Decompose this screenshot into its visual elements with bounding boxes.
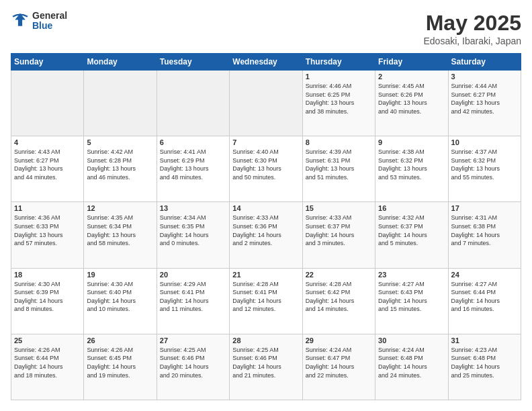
calendar-week-2: 4Sunrise: 4:43 AM Sunset: 6:27 PM Daylig… xyxy=(11,136,521,202)
day-info: Sunrise: 4:33 AM Sunset: 6:36 PM Dayligh… xyxy=(232,214,299,247)
calendar-cell xyxy=(84,71,157,136)
calendar-cell: 22Sunrise: 4:28 AM Sunset: 6:42 PM Dayli… xyxy=(302,268,375,334)
day-number: 5 xyxy=(87,138,153,146)
day-number: 14 xyxy=(232,204,299,212)
calendar-cell: 18Sunrise: 4:30 AM Sunset: 6:39 PM Dayli… xyxy=(11,268,84,334)
header: General Blue May 2025 Edosaki, Ibaraki, … xyxy=(11,11,521,46)
day-info: Sunrise: 4:35 AM Sunset: 6:34 PM Dayligh… xyxy=(87,214,153,247)
day-number: 22 xyxy=(306,271,372,279)
logo-icon xyxy=(11,11,30,30)
day-info: Sunrise: 4:28 AM Sunset: 6:42 PM Dayligh… xyxy=(306,280,372,314)
day-number: 2 xyxy=(378,73,445,81)
day-info: Sunrise: 4:26 AM Sunset: 6:44 PM Dayligh… xyxy=(14,346,81,379)
calendar-cell: 2Sunrise: 4:45 AM Sunset: 6:26 PM Daylig… xyxy=(375,71,448,136)
col-header-wednesday: Wednesday xyxy=(230,54,302,71)
calendar-cell: 11Sunrise: 4:36 AM Sunset: 6:33 PM Dayli… xyxy=(11,202,84,268)
calendar-cell: 21Sunrise: 4:28 AM Sunset: 6:41 PM Dayli… xyxy=(230,268,302,334)
day-info: Sunrise: 4:36 AM Sunset: 6:33 PM Dayligh… xyxy=(14,214,81,247)
day-info: Sunrise: 4:44 AM Sunset: 6:27 PM Dayligh… xyxy=(451,82,518,116)
calendar-cell: 30Sunrise: 4:24 AM Sunset: 6:48 PM Dayli… xyxy=(375,334,448,400)
day-info: Sunrise: 4:32 AM Sunset: 6:37 PM Dayligh… xyxy=(378,214,445,247)
calendar-cell xyxy=(157,71,229,136)
logo-general-text: General xyxy=(32,11,67,21)
calendar-cell: 13Sunrise: 4:34 AM Sunset: 6:35 PM Dayli… xyxy=(157,202,229,268)
calendar-cell: 5Sunrise: 4:42 AM Sunset: 6:28 PM Daylig… xyxy=(84,136,157,202)
col-header-thursday: Thursday xyxy=(302,54,375,71)
calendar-week-5: 25Sunrise: 4:26 AM Sunset: 6:44 PM Dayli… xyxy=(11,334,521,400)
day-info: Sunrise: 4:46 AM Sunset: 6:25 PM Dayligh… xyxy=(306,82,372,116)
col-header-friday: Friday xyxy=(375,54,448,71)
day-info: Sunrise: 4:39 AM Sunset: 6:31 PM Dayligh… xyxy=(306,148,372,181)
day-info: Sunrise: 4:29 AM Sunset: 6:41 PM Dayligh… xyxy=(160,280,226,314)
calendar-cell: 16Sunrise: 4:32 AM Sunset: 6:37 PM Dayli… xyxy=(375,202,448,268)
day-number: 16 xyxy=(378,204,445,212)
calendar-cell xyxy=(230,71,302,136)
day-info: Sunrise: 4:27 AM Sunset: 6:43 PM Dayligh… xyxy=(378,280,445,314)
day-info: Sunrise: 4:45 AM Sunset: 6:26 PM Dayligh… xyxy=(378,82,445,116)
calendar-cell: 14Sunrise: 4:33 AM Sunset: 6:36 PM Dayli… xyxy=(230,202,302,268)
calendar-cell: 27Sunrise: 4:25 AM Sunset: 6:46 PM Dayli… xyxy=(157,334,229,400)
day-number: 1 xyxy=(306,73,372,81)
col-header-sunday: Sunday xyxy=(11,54,84,71)
col-header-saturday: Saturday xyxy=(448,54,521,71)
day-info: Sunrise: 4:40 AM Sunset: 6:30 PM Dayligh… xyxy=(232,148,299,181)
day-info: Sunrise: 4:33 AM Sunset: 6:37 PM Dayligh… xyxy=(306,214,372,247)
day-info: Sunrise: 4:31 AM Sunset: 6:38 PM Dayligh… xyxy=(451,214,518,247)
day-number: 20 xyxy=(160,271,226,279)
day-number: 28 xyxy=(232,336,299,345)
calendar-cell: 9Sunrise: 4:38 AM Sunset: 6:32 PM Daylig… xyxy=(375,136,448,202)
day-info: Sunrise: 4:25 AM Sunset: 6:46 PM Dayligh… xyxy=(232,346,299,379)
day-number: 3 xyxy=(451,73,518,81)
day-number: 26 xyxy=(87,336,153,345)
col-header-monday: Monday xyxy=(84,54,157,71)
calendar-cell: 26Sunrise: 4:26 AM Sunset: 6:45 PM Dayli… xyxy=(84,334,157,400)
logo: General Blue xyxy=(11,11,67,32)
day-info: Sunrise: 4:30 AM Sunset: 6:40 PM Dayligh… xyxy=(87,280,153,314)
day-info: Sunrise: 4:43 AM Sunset: 6:27 PM Dayligh… xyxy=(14,148,81,181)
day-number: 8 xyxy=(306,138,372,146)
day-number: 23 xyxy=(378,271,445,279)
page: General Blue May 2025 Edosaki, Ibaraki, … xyxy=(0,0,532,411)
day-number: 27 xyxy=(160,336,226,345)
day-number: 10 xyxy=(451,138,518,146)
day-number: 25 xyxy=(14,336,81,345)
day-info: Sunrise: 4:26 AM Sunset: 6:45 PM Dayligh… xyxy=(87,346,153,379)
day-number: 31 xyxy=(451,336,518,345)
day-info: Sunrise: 4:34 AM Sunset: 6:35 PM Dayligh… xyxy=(160,214,226,247)
calendar-cell: 10Sunrise: 4:37 AM Sunset: 6:32 PM Dayli… xyxy=(448,136,521,202)
calendar-cell: 28Sunrise: 4:25 AM Sunset: 6:46 PM Dayli… xyxy=(230,334,302,400)
day-number: 9 xyxy=(378,138,445,146)
calendar-cell: 15Sunrise: 4:33 AM Sunset: 6:37 PM Dayli… xyxy=(302,202,375,268)
calendar-cell: 31Sunrise: 4:23 AM Sunset: 6:48 PM Dayli… xyxy=(448,334,521,400)
calendar-cell: 4Sunrise: 4:43 AM Sunset: 6:27 PM Daylig… xyxy=(11,136,84,202)
day-info: Sunrise: 4:24 AM Sunset: 6:48 PM Dayligh… xyxy=(378,346,445,379)
title-block: May 2025 Edosaki, Ibaraki, Japan xyxy=(423,11,521,46)
day-number: 30 xyxy=(378,336,445,345)
day-number: 7 xyxy=(232,138,299,146)
calendar-cell: 29Sunrise: 4:24 AM Sunset: 6:47 PM Dayli… xyxy=(302,334,375,400)
day-info: Sunrise: 4:23 AM Sunset: 6:48 PM Dayligh… xyxy=(451,346,518,379)
calendar-header-row: SundayMondayTuesdayWednesdayThursdayFrid… xyxy=(11,54,521,71)
day-info: Sunrise: 4:30 AM Sunset: 6:39 PM Dayligh… xyxy=(14,280,81,314)
day-number: 11 xyxy=(14,204,81,212)
day-info: Sunrise: 4:27 AM Sunset: 6:44 PM Dayligh… xyxy=(451,280,518,314)
day-info: Sunrise: 4:42 AM Sunset: 6:28 PM Dayligh… xyxy=(87,148,153,181)
calendar-cell: 23Sunrise: 4:27 AM Sunset: 6:43 PM Dayli… xyxy=(375,268,448,334)
day-number: 21 xyxy=(232,271,299,279)
calendar-cell: 8Sunrise: 4:39 AM Sunset: 6:31 PM Daylig… xyxy=(302,136,375,202)
day-info: Sunrise: 4:25 AM Sunset: 6:46 PM Dayligh… xyxy=(160,346,226,379)
day-info: Sunrise: 4:24 AM Sunset: 6:47 PM Dayligh… xyxy=(306,346,372,379)
day-info: Sunrise: 4:28 AM Sunset: 6:41 PM Dayligh… xyxy=(232,280,299,314)
calendar-cell: 25Sunrise: 4:26 AM Sunset: 6:44 PM Dayli… xyxy=(11,334,84,400)
calendar-cell: 20Sunrise: 4:29 AM Sunset: 6:41 PM Dayli… xyxy=(157,268,229,334)
calendar-cell: 1Sunrise: 4:46 AM Sunset: 6:25 PM Daylig… xyxy=(302,71,375,136)
calendar-week-1: 1Sunrise: 4:46 AM Sunset: 6:25 PM Daylig… xyxy=(11,71,521,136)
day-number: 18 xyxy=(14,271,81,279)
calendar-week-4: 18Sunrise: 4:30 AM Sunset: 6:39 PM Dayli… xyxy=(11,268,521,334)
location: Edosaki, Ibaraki, Japan xyxy=(423,36,521,46)
day-info: Sunrise: 4:41 AM Sunset: 6:29 PM Dayligh… xyxy=(160,148,226,181)
day-number: 12 xyxy=(87,204,153,212)
day-number: 13 xyxy=(160,204,226,212)
calendar-cell: 12Sunrise: 4:35 AM Sunset: 6:34 PM Dayli… xyxy=(84,202,157,268)
day-number: 15 xyxy=(306,204,372,212)
